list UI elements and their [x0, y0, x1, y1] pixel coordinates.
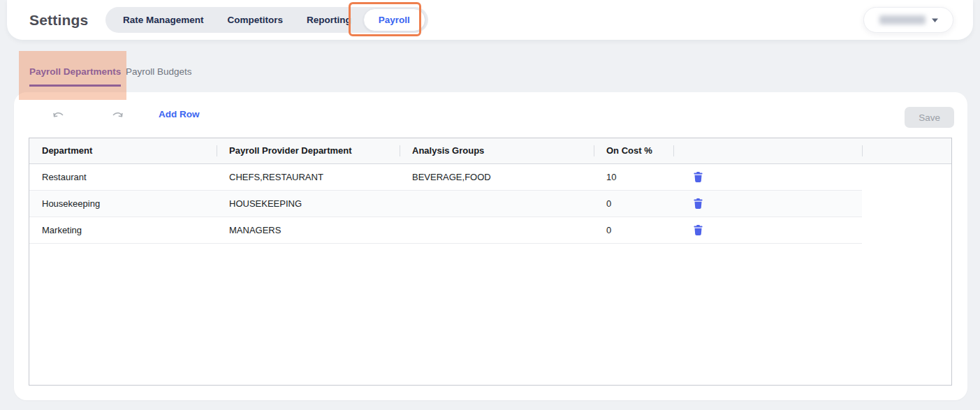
page-title: Settings	[29, 0, 88, 40]
tab-reporting[interactable]: Reporting	[295, 15, 363, 25]
delete-row-button[interactable]	[694, 172, 703, 182]
cell-on-cost[interactable]: 0	[594, 217, 673, 243]
table-row: Housekeeping HOUSEKEEPING 0	[29, 191, 862, 217]
trash-icon	[694, 172, 703, 182]
column-header-on-cost: On Cost %	[594, 138, 673, 163]
cell-department[interactable]: Housekeeping	[29, 191, 217, 217]
redo-button[interactable]	[106, 103, 129, 124]
cell-actions	[673, 164, 862, 190]
tab-payroll-departments[interactable]: Payroll Departments	[29, 66, 121, 87]
cell-payroll-provider-department[interactable]: CHEFS,RESTAURANT	[217, 164, 400, 190]
delete-row-button[interactable]	[694, 198, 703, 209]
column-header-department: Department	[29, 138, 217, 163]
trash-icon	[694, 225, 703, 235]
account-dropdown[interactable]	[863, 7, 953, 33]
table-body: Restaurant CHEFS,RESTAURANT BEVERAGE,FOO…	[29, 164, 951, 244]
payroll-departments-table: Department Payroll Provider Department A…	[29, 138, 952, 386]
undo-arrow-icon	[52, 110, 65, 119]
cell-actions	[673, 191, 862, 217]
table-row: Marketing MANAGERS 0	[29, 217, 862, 244]
cell-analysis-groups[interactable]: BEVERAGE,FOOD	[400, 164, 594, 190]
column-header-payroll-provider-department: Payroll Provider Department	[217, 138, 400, 163]
cell-department[interactable]: Restaurant	[29, 164, 217, 190]
cell-on-cost[interactable]: 0	[594, 191, 673, 217]
account-name-redacted	[879, 15, 926, 24]
caret-down-icon	[932, 18, 938, 22]
settings-tab-group: Rate Management Competitors Reporting Pa…	[105, 7, 428, 33]
cell-actions	[673, 217, 862, 243]
payroll-departments-panel: Add Row Save Department Payroll Provider…	[14, 92, 967, 400]
tab-payroll[interactable]: Payroll	[363, 8, 425, 31]
cell-analysis-groups[interactable]	[400, 217, 594, 243]
undo-button[interactable]	[47, 103, 70, 124]
tab-rate-management[interactable]: Rate Management	[111, 15, 216, 25]
add-row-button[interactable]: Add Row	[153, 103, 205, 124]
cell-payroll-provider-department[interactable]: MANAGERS	[217, 217, 400, 243]
tab-competitors[interactable]: Competitors	[216, 15, 295, 25]
table-row: Restaurant CHEFS,RESTAURANT BEVERAGE,FOO…	[29, 164, 862, 191]
column-header-actions	[673, 138, 862, 163]
top-bar: Settings Rate Management Competitors Rep…	[7, 0, 973, 40]
table-header-row: Department Payroll Provider Department A…	[29, 138, 951, 164]
trash-icon	[694, 198, 703, 209]
cell-payroll-provider-department[interactable]: HOUSEKEEPING	[217, 191, 400, 217]
redo-arrow-icon	[111, 110, 124, 119]
tab-payroll-budgets[interactable]: Payroll Budgets	[126, 66, 192, 77]
cell-on-cost[interactable]: 10	[594, 164, 673, 190]
column-header-analysis-groups: Analysis Groups	[400, 138, 594, 163]
cell-department[interactable]: Marketing	[29, 217, 217, 243]
delete-row-button[interactable]	[694, 225, 703, 235]
save-button[interactable]: Save	[905, 107, 954, 128]
cell-analysis-groups[interactable]	[400, 191, 594, 217]
column-header-filler	[862, 138, 951, 163]
